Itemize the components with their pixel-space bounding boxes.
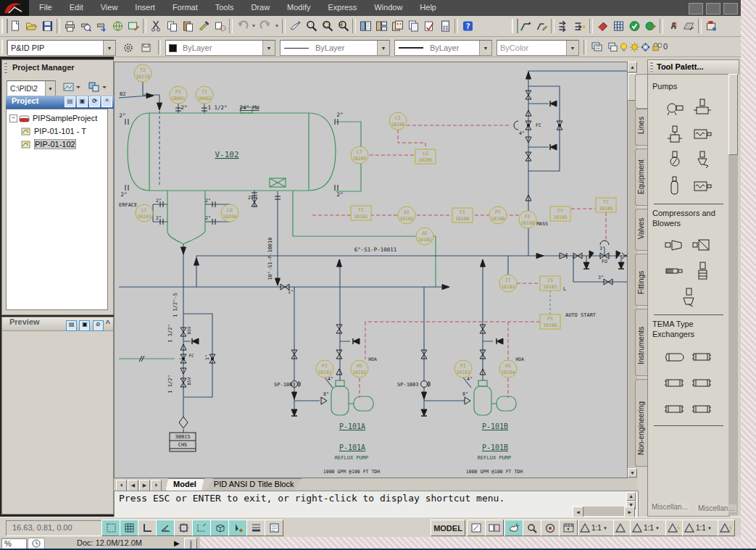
annotation-scale-control[interactable]: 1:1▼ — [578, 520, 614, 536]
schematic-line-edit-button[interactable] — [533, 18, 549, 33]
flow-arrow-edit-button[interactable] — [572, 18, 588, 33]
palette-item-exchanger-end[interactable] — [661, 395, 689, 421]
edit-image-button[interactable] — [125, 18, 141, 33]
project-tool-button[interactable] — [703, 18, 719, 33]
toggle-paper[interactable] — [265, 520, 283, 536]
project-path-combo[interactable]: C:\PID\2 ▼ — [7, 80, 56, 96]
collapse-chevron-icon[interactable]: ^ — [106, 319, 110, 328]
audit-button[interactable] — [642, 18, 658, 33]
menu-help[interactable]: Help — [411, 0, 445, 16]
palette-item-pump-vertical[interactable] — [689, 95, 716, 121]
close-button[interactable] — [723, 3, 738, 14]
undo-list-button[interactable]: ▼ — [250, 18, 257, 33]
flow-arrow-button[interactable] — [556, 18, 572, 33]
save-button[interactable] — [39, 18, 55, 33]
paste-special-button[interactable] — [212, 18, 228, 33]
tree-expand-icon[interactable]: − — [9, 114, 17, 122]
coordinates-display[interactable]: 16.63, 0.81, 0.00 — [6, 520, 104, 536]
palette-item-compressor-box[interactable] — [689, 232, 716, 258]
qnew-button[interactable] — [7, 18, 23, 33]
palette-tab-instruments[interactable]: Instruments — [635, 309, 648, 376]
project-section-bar[interactable]: Project ^ ⟳ ▣ ▤ — [6, 96, 115, 109]
menu-express[interactable]: Express — [319, 0, 365, 16]
tree-item-pip-01-102[interactable]: PIP-01-102 — [8, 138, 107, 151]
sheet-set-manager-button[interactable] — [405, 18, 421, 33]
palette-item-pump-inline[interactable] — [661, 121, 689, 147]
quickcalc-button[interactable] — [437, 18, 453, 33]
refresh-icon[interactable]: ⟳ — [89, 96, 100, 107]
chevron-down-icon[interactable]: ▼ — [45, 81, 55, 96]
layout-tab-pid-ansi-d-title-block[interactable]: PID ANSI D Title Block — [206, 478, 302, 491]
linetype-combo[interactable]: ByLayer ▼ — [280, 40, 390, 56]
tab-last-icon[interactable]: ⏵ — [151, 480, 162, 491]
schematic-line-button[interactable] — [518, 18, 533, 33]
palette-item-blower[interactable] — [661, 258, 689, 284]
restore-button[interactable] — [706, 3, 720, 14]
palette-item-pump-sump[interactable] — [661, 147, 689, 173]
layer-freeze-icon[interactable] — [640, 39, 651, 54]
palette-item-pump-rotary[interactable] — [689, 173, 716, 199]
workspace-combo[interactable]: P&ID PIP ▼ — [7, 40, 116, 56]
redo-list-button[interactable]: ▼ — [273, 18, 281, 33]
project-views-button[interactable] — [85, 78, 111, 95]
palette-item-pump-horizontal[interactable] — [661, 95, 689, 121]
zoom-button[interactable] — [523, 520, 541, 536]
toggle-dyn[interactable] — [228, 520, 247, 536]
tool-palettes-button[interactable] — [389, 18, 405, 33]
preview-mode-icon[interactable]: ▤ — [66, 320, 77, 331]
layer-light-icon[interactable] — [618, 39, 629, 54]
tab-first-icon[interactable]: ⏴ — [116, 480, 127, 491]
preview-off-icon[interactable]: ⊘ — [93, 320, 104, 331]
preview-image-icon[interactable]: ▣ — [79, 320, 90, 331]
menu-view[interactable]: View — [92, 0, 127, 16]
play-icon[interactable]: ▶ — [174, 539, 180, 547]
pause-icon[interactable]: ❙ — [184, 538, 197, 549]
palette-tab-fittings[interactable]: Fittings — [635, 254, 648, 306]
palette-item-pump-gear[interactable] — [689, 147, 716, 173]
palette-item-exchanger-long[interactable] — [689, 395, 716, 421]
plot-preview-button[interactable] — [78, 18, 94, 33]
annotation-scale-control[interactable]: 1:1▼ — [682, 520, 718, 536]
palette-grip[interactable] — [650, 62, 653, 72]
panel-grip[interactable] — [4, 63, 7, 73]
toggle-ortho[interactable] — [138, 520, 157, 536]
markup-set-manager-button[interactable] — [421, 18, 437, 33]
data-manager-button[interactable] — [610, 18, 626, 33]
palette-scrollbar[interactable] — [728, 74, 738, 515]
toggle-lwt[interactable] — [246, 520, 265, 536]
layer-manager-button[interactable] — [589, 38, 606, 55]
toggle-grid[interactable] — [120, 520, 138, 536]
chevron-down-icon[interactable]: ▼ — [479, 41, 491, 55]
drawing-canvas[interactable]: V-1022"1 1/2"24" MW2"2"2"2"2"2"2"2"ERFAC… — [114, 62, 628, 478]
new-drawing-icon[interactable]: ▤ — [65, 96, 75, 107]
toggle-otrack[interactable] — [192, 520, 211, 536]
palette-item-compressor-vert2[interactable] — [675, 284, 702, 310]
toggle-snap[interactable] — [101, 520, 120, 536]
zoom-previous-button[interactable] — [335, 18, 351, 33]
layout-tab-model[interactable]: Model — [165, 478, 204, 491]
palette-tab-non-engineering[interactable]: Non-engineering — [635, 379, 648, 467]
toggle-ducs[interactable] — [210, 520, 229, 536]
open-button[interactable] — [23, 18, 39, 33]
paste-button[interactable] — [180, 18, 196, 33]
minimize-button[interactable] — [689, 3, 703, 14]
undo-button[interactable] — [234, 18, 250, 33]
chevron-down-icon[interactable]: ▼ — [377, 41, 389, 55]
palette-item-exchanger-plain[interactable] — [661, 369, 689, 395]
etransmit-button[interactable] — [109, 18, 125, 33]
plot-button[interactable] — [62, 18, 78, 33]
properties-button[interactable] — [357, 18, 373, 33]
layer-sun-icon[interactable] — [629, 39, 640, 54]
layout1-button[interactable] — [467, 520, 486, 536]
menu-window[interactable]: Window — [365, 0, 411, 16]
chevron-down-icon[interactable]: ▼ — [103, 41, 115, 55]
lineweight-combo[interactable]: ByLayer ▼ — [394, 40, 492, 56]
menu-insert[interactable]: Insert — [126, 0, 164, 16]
menu-draw[interactable]: Draw — [242, 0, 278, 16]
workspace-save-button[interactable] — [138, 39, 155, 56]
tree-item-pipsampleproject[interactable]: −PIPSampleProject — [8, 112, 107, 125]
palette-item-exchanger-rounded[interactable] — [661, 343, 689, 369]
pan-realtime-button[interactable] — [287, 18, 303, 33]
copy-button[interactable] — [164, 18, 180, 33]
palette-item-pump-screw[interactable] — [689, 121, 716, 147]
